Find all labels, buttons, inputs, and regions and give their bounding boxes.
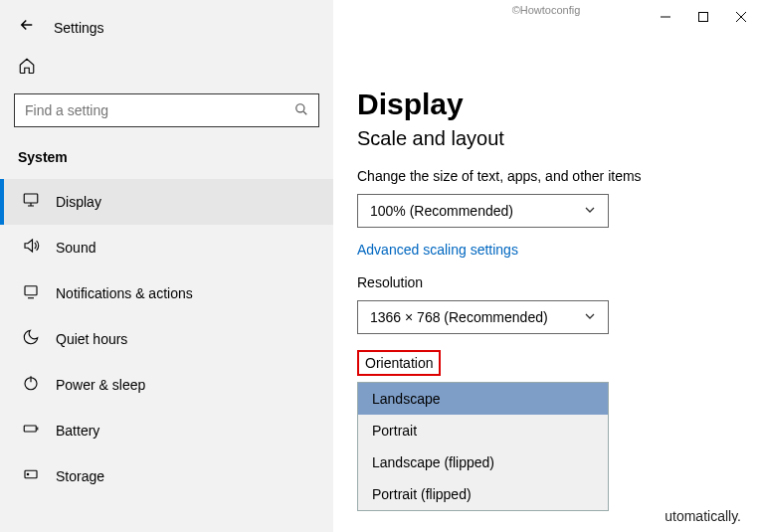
sidebar-item-storage[interactable]: Storage <box>0 453 333 499</box>
sidebar-item-label: Quiet hours <box>56 331 127 347</box>
storage-icon <box>22 465 40 487</box>
svg-point-6 <box>27 473 29 475</box>
sidebar-item-label: Notifications & actions <box>56 285 193 301</box>
resolution-label: Resolution <box>357 274 735 290</box>
svg-point-0 <box>296 103 304 111</box>
resolution-select[interactable]: 1366 × 768 (Recommended) <box>357 300 609 334</box>
svg-rect-7 <box>699 13 708 22</box>
resolution-value: 1366 × 768 (Recommended) <box>370 309 548 325</box>
sidebar-item-label: Sound <box>56 240 95 256</box>
orientation-option[interactable]: Landscape (flipped) <box>358 446 608 478</box>
scale-label: Change the size of text, apps, and other… <box>357 168 735 184</box>
minimize-button[interactable] <box>660 10 671 26</box>
orientation-option[interactable]: Landscape <box>358 383 608 415</box>
svg-rect-1 <box>24 194 38 203</box>
close-button[interactable] <box>735 10 747 26</box>
power-icon <box>22 374 40 396</box>
content-pane: ©Howtoconfig Display Scale and layout Ch… <box>333 0 759 532</box>
sidebar-item-label: Power & sleep <box>56 377 145 393</box>
section-subtitle: Scale and layout <box>357 127 735 150</box>
watermark: ©Howtoconfig <box>512 4 581 16</box>
svg-rect-4 <box>24 426 36 432</box>
sidebar-item-battery[interactable]: Battery <box>0 408 333 453</box>
sidebar-item-label: Storage <box>56 468 104 484</box>
sidebar-item-power[interactable]: Power & sleep <box>0 362 333 408</box>
sidebar-item-label: Battery <box>56 423 99 439</box>
scale-value: 100% (Recommended) <box>370 203 513 219</box>
chevron-down-icon <box>584 204 596 218</box>
speaker-icon <box>22 237 40 259</box>
page-title: Display <box>357 88 735 121</box>
category-header: System <box>0 143 333 179</box>
orientation-label: Orientation <box>365 355 433 371</box>
sidebar: Settings System Display Sound Notificati… <box>0 0 333 532</box>
search-input[interactable] <box>25 102 294 118</box>
sidebar-item-sound[interactable]: Sound <box>0 225 333 270</box>
orientation-highlight: Orientation <box>357 350 441 376</box>
sidebar-item-label: Display <box>56 194 101 210</box>
orientation-option[interactable]: Portrait (flipped) <box>358 478 608 510</box>
app-title: Settings <box>54 20 104 36</box>
search-icon <box>294 102 308 119</box>
maximize-button[interactable] <box>697 10 709 26</box>
search-box[interactable] <box>14 93 319 127</box>
moon-icon <box>22 328 40 350</box>
sidebar-item-notifications[interactable]: Notifications & actions <box>0 270 333 316</box>
notifications-icon <box>22 282 40 304</box>
advanced-scaling-link[interactable]: Advanced scaling settings <box>357 242 518 258</box>
orientation-dropdown[interactable]: Landscape Portrait Landscape (flipped) P… <box>357 382 609 511</box>
partial-text: utomatically. <box>664 508 741 524</box>
scale-select[interactable]: 100% (Recommended) <box>357 194 609 228</box>
chevron-down-icon <box>584 310 596 324</box>
back-button[interactable] <box>18 16 36 39</box>
sidebar-item-display[interactable]: Display <box>0 179 333 225</box>
battery-icon <box>22 420 40 442</box>
sidebar-item-quiet-hours[interactable]: Quiet hours <box>0 316 333 362</box>
svg-rect-2 <box>25 286 37 295</box>
home-button[interactable] <box>0 47 333 88</box>
orientation-option[interactable]: Portrait <box>358 415 608 446</box>
monitor-icon <box>22 191 40 213</box>
